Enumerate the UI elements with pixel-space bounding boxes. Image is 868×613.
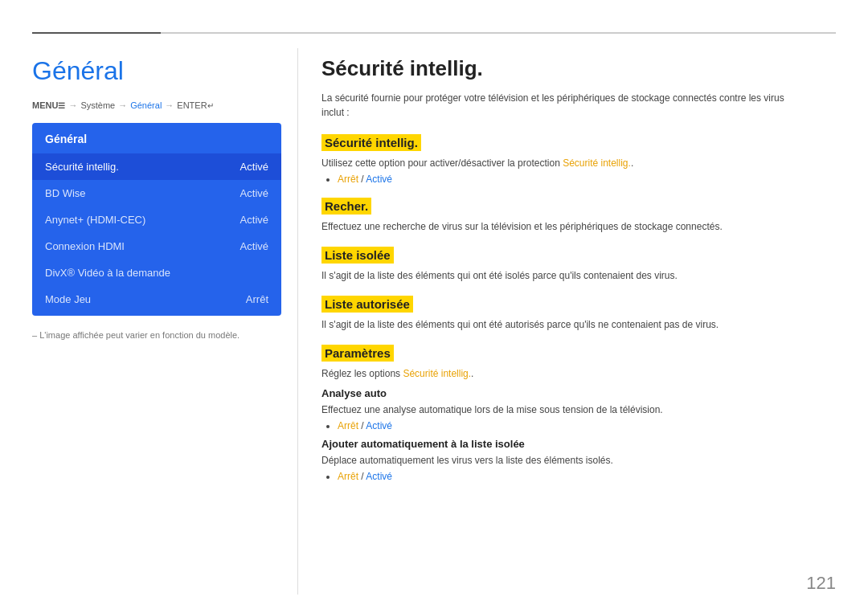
breadcrumb: MENU☰ → Système → Général → ENTER↵ [32,100,281,110]
section-title-liste-autorisee: Liste autorisée [321,296,413,313]
section-title-parametres: Paramètres [321,345,394,362]
section-liste-autorisee: Liste autorisée Il s'agit de la liste de… [321,296,836,332]
menu-item-anynet[interactable]: Anynet+ (HDMI-CEC) Activé [32,206,281,233]
menu-item-securite-value: Activé [240,161,268,173]
section-title-securite: Sécurité intellig. [321,134,421,151]
menu-item-divx-label: DivX® Vidéo à la demande [45,267,170,279]
bullet-list-ajouter-auto: Arrêt / Activé [321,471,836,482]
bullet-analyse-auto-options: Arrêt / Activé [338,420,836,431]
link-securite-intellig[interactable]: Sécurité intellig. [563,157,631,169]
link-arret-securite[interactable]: Arrêt [338,174,358,185]
menu-item-securite-label: Sécurité intellig. [45,161,119,173]
link-active-ajouter[interactable]: Activé [366,471,392,482]
page-number: 121 [806,573,836,594]
panel-divider [297,48,298,595]
menu-item-bdwise-value: Activé [240,187,268,199]
breadcrumb-systeme: Système [80,100,115,110]
intro-text: La sécurité fournie pour protéger votre … [321,91,804,120]
section-desc-liste-autorisee: Il s'agit de la liste des éléments qui o… [321,317,836,332]
subsection-title-analyse-auto: Analyse auto [321,387,836,399]
bullet-list-securite: Arrêt / Activé [321,174,836,185]
subsection-ajouter-auto: Ajouter automatiquement à la liste isolé… [321,438,836,482]
breadcrumb-arrow-2: → [118,100,127,110]
link-active-analyse[interactable]: Activé [366,420,392,431]
menu-item-modejeu-label: Mode Jeu [45,293,91,305]
link-securite-parametres[interactable]: Sécurité intellig. [403,368,471,379]
subsection-analyse-auto: Analyse auto Effectuez une analyse autom… [321,387,836,431]
top-border-accent [32,32,161,34]
section-desc-recher: Effectuez une recherche de virus sur la … [321,219,836,234]
page-title: Général [32,56,281,86]
section-desc-securite: Utilisez cette option pour activer/désac… [321,156,836,170]
menu-item-anynet-value: Activé [240,214,268,226]
subsection-desc-analyse-auto: Effectuez une analyse automatique lors d… [321,403,836,417]
link-arret-analyse[interactable]: Arrêt [338,420,358,431]
menu-item-bdwise-label: BD Wise [45,187,86,199]
section-recher: Recher. Effectuez une recherche de virus… [321,198,836,234]
breadcrumb-menu: MENU☰ [32,100,65,110]
left-panel: Général MENU☰ → Système → Général → ENTE… [32,48,281,340]
breadcrumb-arrow-3: → [165,100,174,110]
breadcrumb-arrow-1: → [68,100,77,110]
right-title: Sécurité intellig. [321,56,836,81]
section-title-liste-isolee: Liste isolée [321,247,394,264]
menu-item-connexion-label: Connexion HDMI [45,240,125,252]
link-arret-ajouter[interactable]: Arrêt [338,471,358,482]
menu-item-bdwise[interactable]: BD Wise Activé [32,180,281,206]
menu-box: Général Sécurité intellig. Activé BD Wis… [32,123,281,316]
menu-item-modejeu-value: Arrêt [246,293,268,305]
breadcrumb-general: Général [130,100,162,110]
section-liste-isolee: Liste isolée Il s'agit de la liste des é… [321,247,836,283]
section-title-recher: Recher. [321,198,371,215]
footnote: L'image affichée peut varier en fonction… [32,330,281,340]
menu-box-header: Général [32,126,281,153]
section-desc-parametres: Réglez les options Sécurité intellig.. [321,366,836,381]
bullet-securite-options: Arrêt / Activé [338,174,836,185]
menu-item-securite[interactable]: Sécurité intellig. Activé [32,153,281,180]
right-panel: Sécurité intellig. La sécurité fournie p… [321,48,836,495]
menu-item-modejeu[interactable]: Mode Jeu Arrêt [32,286,281,313]
section-parametres: Paramètres Réglez les options Sécurité i… [321,345,836,482]
subsection-title-ajouter-auto: Ajouter automatiquement à la liste isolé… [321,438,836,450]
menu-item-anynet-label: Anynet+ (HDMI-CEC) [45,214,145,226]
section-securite: Sécurité intellig. Utilisez cette option… [321,134,836,185]
bullet-ajouter-auto-options: Arrêt / Activé [338,471,836,482]
menu-item-connexion[interactable]: Connexion HDMI Activé [32,233,281,260]
section-desc-liste-isolee: Il s'agit de la liste des éléments qui o… [321,268,836,283]
link-active-securite[interactable]: Activé [366,174,392,185]
menu-item-connexion-value: Activé [240,240,268,252]
breadcrumb-enter: ENTER↵ [177,100,213,110]
menu-item-divx[interactable]: DivX® Vidéo à la demande [32,260,281,286]
bullet-list-analyse-auto: Arrêt / Activé [321,420,836,431]
subsection-desc-ajouter-auto: Déplace automatiquement les virus vers l… [321,453,836,468]
